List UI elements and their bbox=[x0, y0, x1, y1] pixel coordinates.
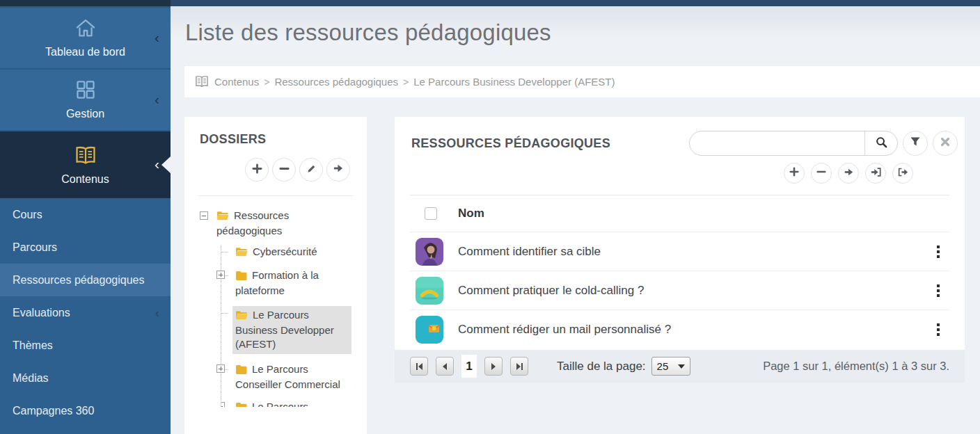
remove-folder-button[interactable] bbox=[272, 158, 296, 182]
kebab-menu-icon[interactable] bbox=[937, 323, 940, 336]
sidebar-item-label: Médias bbox=[13, 372, 49, 385]
pagination-bar: 1 Taille de la page: 25 Page 1 sur 1, él… bbox=[395, 350, 965, 383]
tree-item-label[interactable]: Le Parcours Business Developper (AFEST) bbox=[235, 309, 334, 350]
sidebar-item-evaluations[interactable]: Evaluations‹ bbox=[0, 296, 171, 329]
resource-name[interactable]: Comment pratiquer le cold-calling ? bbox=[458, 284, 931, 298]
clear-icon bbox=[940, 137, 950, 150]
divider bbox=[198, 195, 353, 196]
sidebar-top-strip bbox=[0, 0, 171, 6]
resource-thumbnail bbox=[416, 316, 443, 344]
sidebar-item-label: Cours bbox=[13, 209, 42, 221]
page-next-button[interactable] bbox=[484, 357, 503, 376]
breadcrumb: Contenus > Ressources pédagogiques > Le … bbox=[184, 66, 980, 97]
page-prev-button[interactable] bbox=[436, 357, 454, 376]
expand-icon[interactable] bbox=[221, 402, 225, 407]
breadcrumb-item[interactable]: Ressources pédagogiques bbox=[274, 76, 398, 88]
move-resource-button[interactable] bbox=[838, 163, 859, 184]
current-page[interactable]: 1 bbox=[461, 355, 477, 378]
tree-item-label[interactable]: Le Parcours Conseiller Commercial bbox=[235, 363, 340, 390]
tree-item-formation-plateforme[interactable]: Formation à la plateforme bbox=[221, 268, 351, 298]
remove-resource-button[interactable] bbox=[811, 163, 832, 184]
dossiers-title: DOSSIERS bbox=[200, 132, 351, 147]
page-next-icon bbox=[491, 363, 496, 370]
folder-open-icon bbox=[216, 210, 229, 224]
resource-name[interactable]: Comment identifier sa cible bbox=[458, 245, 931, 259]
table-row[interactable]: Comment pratiquer le cold-calling ? bbox=[410, 271, 949, 310]
minus-icon bbox=[279, 163, 290, 177]
move-in-icon bbox=[871, 167, 881, 180]
tree-item-parcours-conseiller-commercial[interactable]: Le Parcours Conseiller Commercial bbox=[221, 362, 351, 392]
add-folder-button[interactable] bbox=[245, 158, 269, 182]
add-resource-button[interactable] bbox=[784, 163, 805, 184]
folder-icon bbox=[235, 270, 247, 284]
page-size-select[interactable]: 25 bbox=[651, 357, 690, 376]
breadcrumb-separator: > bbox=[403, 77, 409, 88]
search-input[interactable] bbox=[690, 131, 864, 155]
sidebar-item-label: Thèmes bbox=[13, 339, 53, 352]
sidebar-item-themes[interactable]: Thèmes bbox=[0, 329, 171, 362]
kebab-menu-icon[interactable] bbox=[937, 246, 940, 258]
move-in-button[interactable] bbox=[865, 163, 886, 184]
sidebar-item-ressources-pedagogiques[interactable]: Ressources pédagogiques bbox=[0, 264, 171, 296]
move-folder-button[interactable] bbox=[326, 158, 350, 182]
plus-icon bbox=[789, 167, 799, 179]
tree-item-label[interactable]: Cybersécurité bbox=[253, 246, 317, 257]
sidebar-item-label: Parcours bbox=[13, 241, 57, 254]
active-section-notch bbox=[161, 156, 171, 173]
sidebar-item-medias[interactable]: Médias bbox=[0, 362, 171, 394]
filter-button[interactable] bbox=[903, 131, 928, 156]
table-row[interactable]: Comment identifier sa cible bbox=[410, 232, 949, 271]
sidebar-item-label: Evaluations bbox=[13, 307, 70, 319]
breadcrumb-separator: > bbox=[264, 77, 269, 88]
book-icon bbox=[74, 145, 97, 168]
tree-item-root[interactable]: Ressources pédagogiques Cybersécurité Fo… bbox=[200, 209, 351, 407]
expand-icon[interactable] bbox=[216, 364, 225, 373]
top-bar bbox=[171, 0, 980, 6]
page-last-icon bbox=[516, 363, 521, 370]
app-root: Tableau de bord ‹ Gestion ‹ Contenus ‹ C… bbox=[0, 0, 980, 434]
breadcrumb-item[interactable]: Le Parcours Business Developper (AFEST) bbox=[413, 76, 615, 88]
tree-item-label[interactable]: Formation à la plateforme bbox=[235, 269, 319, 296]
chevron-left-icon: ‹ bbox=[155, 156, 159, 171]
chevron-down-icon bbox=[678, 364, 685, 369]
tree-item-cybersecurite[interactable]: Cybersécurité bbox=[221, 245, 351, 260]
clear-filter-button[interactable] bbox=[933, 131, 958, 156]
table-header-row: Nom bbox=[410, 195, 949, 232]
sidebar-item-label: Campagnes 360 bbox=[13, 405, 94, 417]
sidebar: Tableau de bord ‹ Gestion ‹ Contenus ‹ C… bbox=[0, 0, 171, 434]
edit-folder-button[interactable] bbox=[299, 158, 323, 182]
select-all-checkbox[interactable] bbox=[425, 207, 437, 220]
filter-icon bbox=[910, 136, 921, 150]
folder-icon bbox=[235, 364, 247, 378]
tree-item-parcours-business-developper[interactable]: Le Parcours Business Developper (AFEST) bbox=[221, 306, 351, 354]
grid-icon bbox=[75, 79, 96, 103]
breadcrumb-item[interactable]: Contenus bbox=[214, 76, 259, 88]
sidebar-item-contenus[interactable]: Contenus ‹ bbox=[0, 130, 171, 198]
kebab-menu-icon[interactable] bbox=[937, 284, 940, 297]
sidebar-item-cours[interactable]: Cours bbox=[0, 198, 171, 231]
page-first-icon bbox=[416, 363, 418, 370]
sidebar-item-label: Contenus bbox=[61, 173, 109, 186]
resources-toolbar bbox=[395, 156, 965, 195]
book-icon bbox=[194, 74, 210, 90]
move-out-button[interactable] bbox=[892, 163, 913, 184]
plus-icon bbox=[252, 163, 262, 177]
collapse-icon[interactable] bbox=[200, 211, 208, 220]
search-button[interactable] bbox=[865, 131, 897, 155]
resources-panel: RESSOURCES PÉDAGOGIQUES bbox=[395, 117, 965, 383]
tree-item-label[interactable]: Le Parcours bbox=[252, 401, 308, 407]
sidebar-item-label: Gestion bbox=[66, 108, 104, 120]
sidebar-item-gestion[interactable]: Gestion ‹ bbox=[0, 68, 171, 130]
search-box bbox=[689, 131, 898, 156]
table-row[interactable]: Comment rédiger un mail personnalisé ? bbox=[410, 310, 949, 348]
resource-name[interactable]: Comment rédiger un mail personnalisé ? bbox=[458, 323, 931, 337]
expand-icon[interactable] bbox=[216, 271, 225, 279]
dossiers-toolbar bbox=[200, 158, 351, 182]
resources-title: RESSOURCES PÉDAGOGIQUES bbox=[411, 136, 610, 151]
page-first-button[interactable] bbox=[410, 357, 428, 376]
page-last-button[interactable] bbox=[510, 357, 528, 376]
sidebar-item-tableau-de-bord[interactable]: Tableau de bord ‹ bbox=[0, 6, 171, 68]
tree-item-partial[interactable]: Le Parcours bbox=[221, 400, 351, 407]
sidebar-item-parcours[interactable]: Parcours bbox=[0, 231, 171, 264]
sidebar-item-campagnes-360[interactable]: Campagnes 360 bbox=[0, 394, 171, 427]
